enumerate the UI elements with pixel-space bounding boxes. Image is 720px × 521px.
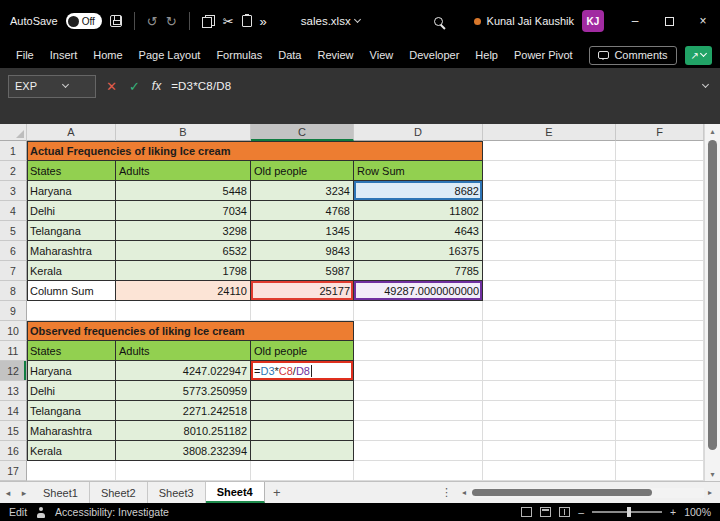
cell-A9[interactable] — [27, 301, 116, 321]
cell-F3[interactable] — [616, 181, 704, 201]
cell-D5[interactable]: 4643 — [354, 221, 483, 241]
cell-D2[interactable]: Row Sum — [354, 161, 483, 181]
cell-B2[interactable]: Adults — [116, 161, 251, 181]
cell-A4[interactable]: Delhi — [27, 201, 116, 221]
cell-A17[interactable] — [27, 461, 116, 481]
cell-C5[interactable]: 1345 — [251, 221, 354, 241]
cell-B5[interactable]: 3298 — [116, 221, 251, 241]
maximize-button[interactable] — [652, 0, 686, 42]
cell-F5[interactable] — [616, 221, 704, 241]
cell-A15[interactable]: Maharashtra — [27, 421, 116, 441]
paste-icon[interactable] — [242, 15, 252, 27]
row-header-8[interactable]: 8 — [0, 281, 27, 301]
column-header-F[interactable]: F — [616, 124, 704, 141]
cell-D8[interactable]: 49287.0000000000 — [354, 281, 483, 301]
cell-B14[interactable]: 2271.242518 — [116, 401, 251, 421]
row-header-6[interactable]: 6 — [0, 241, 27, 261]
cell-C14[interactable] — [251, 401, 354, 421]
cell-D10[interactable] — [354, 321, 483, 341]
document-title[interactable]: sales.xlsx — [301, 15, 360, 27]
cell-F4[interactable] — [616, 201, 704, 221]
cell-B3[interactable]: 5448 — [116, 181, 251, 201]
cell-B8[interactable]: 24110 — [116, 281, 251, 301]
cell-D15[interactable] — [354, 421, 483, 441]
row-header-5[interactable]: 5 — [0, 221, 27, 241]
cell-E15[interactable] — [483, 421, 616, 441]
scroll-left-icon[interactable]: ◂ — [458, 488, 470, 497]
search-icon[interactable] — [434, 17, 443, 26]
row-header-11[interactable]: 11 — [0, 341, 27, 361]
row-header-12[interactable]: 12 — [0, 361, 27, 381]
cell-E7[interactable] — [483, 261, 616, 281]
formula-input[interactable]: =D3*C8/D8 — [171, 80, 231, 92]
sheet-tab-sheet4[interactable]: Sheet4 — [206, 482, 265, 503]
cell-D12[interactable] — [354, 361, 483, 381]
cell-A2[interactable]: States — [27, 161, 116, 181]
confirm-entry-icon[interactable]: ✓ — [129, 79, 140, 94]
sheet-nav-right-icon[interactable]: ▸ — [16, 482, 32, 503]
select-all-corner[interactable] — [0, 124, 27, 141]
cancel-entry-icon[interactable]: ✕ — [106, 79, 117, 94]
cell-E12[interactable] — [483, 361, 616, 381]
column-header-E[interactable]: E — [483, 124, 616, 141]
user-name[interactable]: Kunal Jai Kaushik — [487, 15, 574, 27]
cell-E9[interactable] — [483, 301, 616, 321]
cell-A16[interactable]: Kerala — [27, 441, 116, 461]
cell-F7[interactable] — [616, 261, 704, 281]
cell-C9[interactable] — [251, 301, 354, 321]
cell-F17[interactable] — [616, 461, 704, 481]
cell-F14[interactable] — [616, 401, 704, 421]
cell-B4[interactable]: 7034 — [116, 201, 251, 221]
row-header-4[interactable]: 4 — [0, 201, 27, 221]
row-header-2[interactable]: 2 — [0, 161, 27, 181]
cell-E5[interactable] — [483, 221, 616, 241]
cell-B15[interactable]: 8010.251182 — [116, 421, 251, 441]
cell-B6[interactable]: 6532 — [116, 241, 251, 261]
cell-F13[interactable] — [616, 381, 704, 401]
menu-tab-data[interactable]: Data — [270, 42, 309, 68]
menu-tab-page-layout[interactable]: Page Layout — [131, 42, 209, 68]
cell-C17[interactable] — [251, 461, 354, 481]
menu-tab-view[interactable]: View — [362, 42, 402, 68]
cell-C7[interactable]: 5987 — [251, 261, 354, 281]
vertical-scrollbar[interactable]: ▴ ▾ — [704, 124, 720, 481]
zoom-slider-thumb[interactable] — [627, 507, 631, 517]
cell-F16[interactable] — [616, 441, 704, 461]
scroll-right-icon[interactable]: ▸ — [704, 488, 716, 497]
menu-tab-insert[interactable]: Insert — [42, 42, 86, 68]
cell-C15[interactable] — [251, 421, 354, 441]
cell-A1[interactable]: Actual Frequencies of liking Ice cream — [27, 141, 483, 161]
collapse-formula-bar-icon[interactable] — [702, 81, 709, 88]
cell-F15[interactable] — [616, 421, 704, 441]
vertical-scrollbar-thumb[interactable] — [708, 140, 717, 450]
scroll-up-icon[interactable]: ▴ — [705, 124, 720, 138]
cell-A14[interactable]: Telangana — [27, 401, 116, 421]
sheet-tab-sheet2[interactable]: Sheet2 — [90, 482, 148, 503]
redo-icon[interactable]: ↻ — [166, 15, 177, 28]
cell-E6[interactable] — [483, 241, 616, 261]
page-break-view-icon[interactable] — [559, 507, 570, 517]
save-icon[interactable] — [110, 15, 122, 27]
cell-C11[interactable]: Old people — [251, 341, 354, 361]
new-sheet-button[interactable]: + — [265, 482, 289, 503]
menu-tab-home[interactable]: Home — [85, 42, 130, 68]
avatar[interactable]: KJ — [582, 10, 604, 32]
cell-A3[interactable]: Haryana — [27, 181, 116, 201]
cell-D11[interactable] — [354, 341, 483, 361]
cell-A10[interactable]: Observed frequencies of liking Ice cream — [27, 321, 354, 341]
cell-C3[interactable]: 3234 — [251, 181, 354, 201]
cell-A11[interactable]: States — [27, 341, 116, 361]
cell-C16[interactable] — [251, 441, 354, 461]
row-header-10[interactable]: 10 — [0, 321, 27, 341]
cell-A7[interactable]: Kerala — [27, 261, 116, 281]
cell-D9[interactable] — [354, 301, 483, 321]
menu-tab-help[interactable]: Help — [467, 42, 506, 68]
minimize-button[interactable]: – — [618, 0, 652, 42]
cell-A12[interactable]: Haryana — [27, 361, 116, 381]
cell-D3[interactable]: 8682 — [354, 181, 483, 201]
share-button[interactable]: ↗ — [685, 46, 712, 65]
cell-A5[interactable]: Telangana — [27, 221, 116, 241]
cell-D14[interactable] — [354, 401, 483, 421]
row-header-1[interactable]: 1 — [0, 141, 27, 161]
cell-B13[interactable]: 5773.250959 — [116, 381, 251, 401]
